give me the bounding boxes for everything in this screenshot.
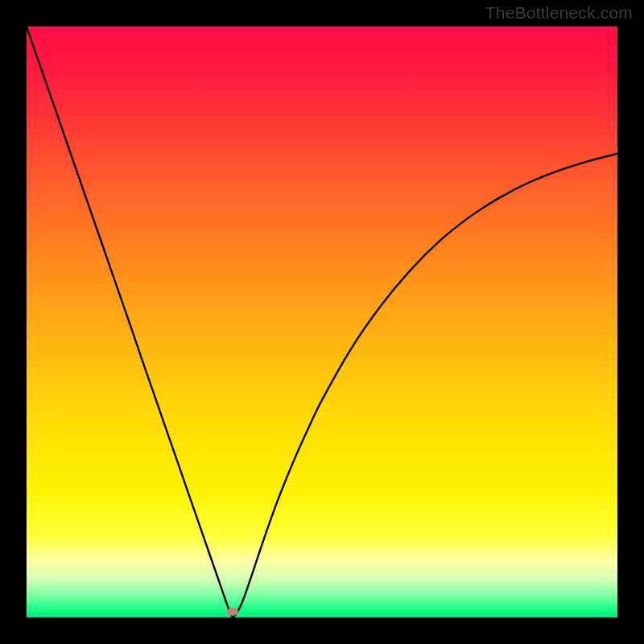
curve-layer: [27, 27, 617, 617]
bottleneck-curve: [27, 27, 617, 617]
minimum-marker: [227, 608, 238, 616]
chart-stage: TheBottleneck.com: [0, 0, 644, 644]
plot-area: [27, 27, 617, 617]
watermark-text: TheBottleneck.com: [485, 3, 633, 23]
